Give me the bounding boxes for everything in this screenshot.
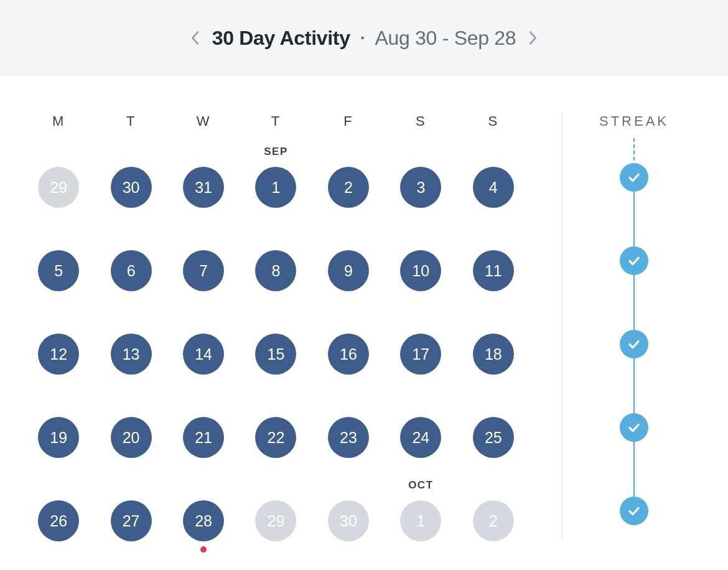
- calendar-day-cell: 2: [312, 167, 385, 208]
- day-of-week-label: S: [385, 113, 457, 129]
- calendar-day-cell: 23: [312, 417, 385, 458]
- calendar-day[interactable]: 13: [111, 334, 152, 375]
- calendar-day-cell: 30: [312, 500, 385, 541]
- calendar-day[interactable]: 22: [255, 417, 296, 458]
- streak-items: [620, 163, 648, 525]
- calendar-day-cell: 29: [22, 167, 95, 208]
- header-separator: ·: [360, 28, 365, 48]
- check-icon: [627, 170, 642, 185]
- calendar-day[interactable]: 23: [328, 417, 369, 458]
- prev-period-button[interactable]: [187, 30, 202, 45]
- streak-check-badge: [620, 246, 648, 275]
- calendar-day-cell: 4: [457, 167, 530, 208]
- calendar-day[interactable]: 15: [255, 334, 296, 375]
- calendar-day-cell: 15: [240, 334, 312, 375]
- calendar-day-cell: 24: [385, 417, 457, 458]
- calendar-day[interactable]: 7: [183, 250, 224, 291]
- calendar-day[interactable]: 28: [183, 500, 224, 541]
- streak-title: STREAK: [599, 113, 669, 129]
- calendar-day[interactable]: 1: [255, 167, 296, 208]
- calendar-day[interactable]: 2: [473, 500, 514, 541]
- streak-check-badge: [620, 163, 648, 192]
- calendar-day[interactable]: 24: [400, 417, 441, 458]
- calendar-day[interactable]: 6: [111, 250, 152, 291]
- calendar-day-cell: 6: [95, 250, 167, 291]
- calendar-day-cell: 9: [312, 250, 385, 291]
- day-of-week-label: F: [312, 113, 385, 129]
- check-icon: [627, 253, 642, 268]
- calendar-day-cell: OCT1: [385, 500, 457, 541]
- calendar-day[interactable]: 18: [473, 334, 514, 375]
- check-icon: [627, 337, 642, 352]
- calendar-day-cell: SEP1: [240, 167, 312, 208]
- calendar-day[interactable]: 31: [183, 167, 224, 208]
- next-period-button[interactable]: [526, 30, 541, 45]
- calendar-week: 293031SEP1234: [22, 167, 530, 208]
- chevron-left-icon: [190, 30, 199, 46]
- calendar-day-cell: 20: [95, 417, 167, 458]
- calendar-day[interactable]: 10: [400, 250, 441, 291]
- calendar-day[interactable]: 20: [111, 417, 152, 458]
- activity-body: MTWTFSS 293031SEP12345678910111213141516…: [0, 76, 728, 566]
- calendar-day[interactable]: 29: [38, 167, 79, 208]
- calendar-day[interactable]: 16: [328, 334, 369, 375]
- calendar-day-cell: 11: [457, 250, 530, 291]
- calendar-day[interactable]: 30: [111, 167, 152, 208]
- calendar-day[interactable]: 30: [328, 500, 369, 541]
- streak-panel: STREAK: [562, 113, 706, 541]
- activity-header: 30 Day Activity · Aug 30 - Sep 28: [0, 0, 728, 76]
- calendar-day-cell: 2: [457, 500, 530, 541]
- calendar-day[interactable]: 19: [38, 417, 79, 458]
- activity-title: 30 Day Activity: [212, 27, 350, 50]
- calendar-day-cell: 19: [22, 417, 95, 458]
- calendar-day[interactable]: 4: [473, 167, 514, 208]
- calendar-day[interactable]: 8: [255, 250, 296, 291]
- streak-check-badge: [620, 497, 648, 525]
- calendar-day-cell: 29: [240, 500, 312, 541]
- calendar-day-cell: 21: [167, 417, 240, 458]
- check-icon: [627, 420, 642, 435]
- calendar-day-cell: 26: [22, 500, 95, 541]
- calendar-day-cell: 16: [312, 334, 385, 375]
- calendar-day-cell: 8: [240, 250, 312, 291]
- calendar-day-cell: 30: [95, 167, 167, 208]
- calendar-day[interactable]: 5: [38, 250, 79, 291]
- calendar-day-cell: 25: [457, 417, 530, 458]
- calendar-day[interactable]: 27: [111, 500, 152, 541]
- calendar-day-cell: 14: [167, 334, 240, 375]
- day-of-week-label: M: [22, 113, 95, 129]
- calendar-day-cell: 31: [167, 167, 240, 208]
- chevron-right-icon: [529, 30, 538, 46]
- calendar-day-cell: 27: [95, 500, 167, 541]
- calendar-day[interactable]: 21: [183, 417, 224, 458]
- streak-check-badge: [620, 413, 648, 442]
- calendar-week: 2627282930OCT12: [22, 500, 530, 541]
- calendar-day-cell: 13: [95, 334, 167, 375]
- calendar-day[interactable]: 14: [183, 334, 224, 375]
- calendar-day[interactable]: 17: [400, 334, 441, 375]
- calendar-day-cell: 17: [385, 334, 457, 375]
- calendar-week: 567891011: [22, 250, 530, 291]
- calendar-day[interactable]: 12: [38, 334, 79, 375]
- calendar-week: 12131415161718: [22, 334, 530, 375]
- calendar-day[interactable]: 11: [473, 250, 514, 291]
- calendar-day[interactable]: 29: [255, 500, 296, 541]
- check-icon: [627, 503, 642, 518]
- calendar-day[interactable]: 25: [473, 417, 514, 458]
- day-of-week-label: S: [457, 113, 530, 129]
- day-of-week-label: W: [167, 113, 240, 129]
- calendar-day[interactable]: 9: [328, 250, 369, 291]
- calendar-day-cell: 18: [457, 334, 530, 375]
- calendar-day-cell: 3: [385, 167, 457, 208]
- activity-date-range: Aug 30 - Sep 28: [375, 27, 516, 50]
- calendar-day[interactable]: 3: [400, 167, 441, 208]
- calendar-day[interactable]: 2: [328, 167, 369, 208]
- streak-check-badge: [620, 330, 648, 358]
- calendar-day-cell: 7: [167, 250, 240, 291]
- calendar-week: 19202122232425: [22, 417, 530, 458]
- calendar-weeks: 293031SEP1234567891011121314151617181920…: [22, 167, 530, 541]
- calendar-day[interactable]: 26: [38, 500, 79, 541]
- calendar-day[interactable]: 1: [400, 500, 441, 541]
- month-start-tag: OCT: [408, 479, 433, 492]
- day-of-week-label: T: [95, 113, 167, 129]
